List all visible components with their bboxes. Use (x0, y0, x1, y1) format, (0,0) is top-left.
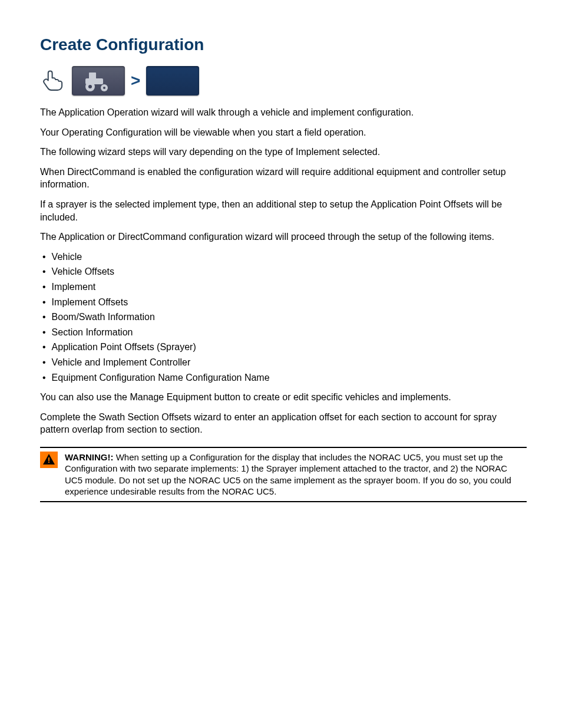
closing-paragraph-1: You can also use the Manage Equipment bu… (40, 391, 527, 404)
manual-page: Create Configuration > The Application O (0, 0, 562, 548)
nav-arrow-icon: > (131, 71, 140, 90)
warning-text: WARNING!: When setting up a Configuratio… (65, 452, 527, 498)
svg-point-5 (103, 87, 105, 89)
svg-rect-7 (48, 462, 49, 463)
intro-paragraph-4: When DirectCommand is enabled the config… (40, 166, 527, 191)
svg-point-4 (88, 85, 92, 88)
list-item: Section Information (40, 326, 527, 339)
list-item: Vehicle Offsets (40, 265, 527, 278)
intro-paragraph-3: The following wizard steps will vary dep… (40, 146, 527, 159)
list-item: Vehicle (40, 251, 527, 263)
warning-callout: WARNING!: When setting up a Configuratio… (40, 447, 527, 502)
svg-rect-6 (48, 457, 49, 461)
intro-paragraph-2: Your Operating Configuration will be vie… (40, 126, 527, 139)
list-item: Application Point Offsets (Sprayer) (40, 341, 527, 354)
intro-paragraph-6: The Application or DirectCommand configu… (40, 230, 527, 243)
closing-paragraph-2: Complete the Swath Section Offsets wizar… (40, 411, 527, 436)
warning-icon (40, 452, 58, 468)
pointing-hand-icon (40, 67, 66, 95)
intro-paragraph-1: The Application Operation wizard will wa… (40, 106, 527, 119)
list-item: Implement Offsets (40, 296, 527, 309)
list-item: Vehicle and Implement Controller (40, 356, 527, 369)
nav-strip: > (40, 66, 527, 95)
intro-paragraph-5: If a sprayer is the selected implement t… (40, 198, 527, 223)
list-item: Boom/Swath Information (40, 311, 527, 324)
tractor-button[interactable] (72, 66, 125, 95)
list-item: Implement (40, 281, 527, 294)
page-title: Create Configuration (40, 35, 527, 54)
next-step-button[interactable] (146, 66, 199, 95)
list-item: Equipment Configuration Name Configurati… (40, 371, 527, 384)
setup-items-list: Vehicle Vehicle Offsets Implement Implem… (40, 251, 527, 384)
